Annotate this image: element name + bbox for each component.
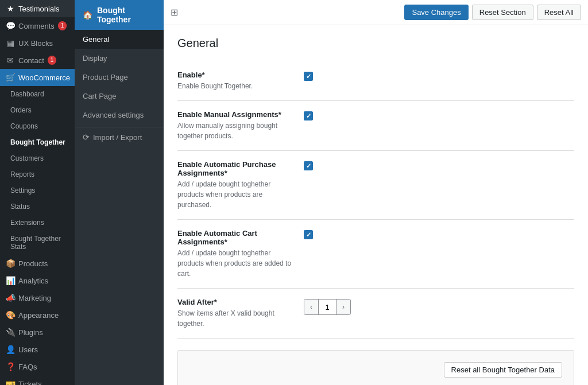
woocommerce-icon: 🛒 <box>6 73 15 82</box>
plugins-icon: 🔌 <box>6 328 15 337</box>
auto-cart-label: Enable Automatic Cart Assignments* <box>177 229 304 246</box>
auto-purchase-description: Add / update bought toghether products w… <box>177 179 292 210</box>
manual-assignments-label: Enable Manual Assignments* <box>177 110 304 119</box>
content-area: General Enable* Enable Bought Together. … <box>164 25 588 385</box>
stepper-value-input[interactable] <box>318 300 336 314</box>
submenu-item-general[interactable]: General <box>75 30 164 49</box>
submenu-item-display[interactable]: Display <box>75 49 164 68</box>
submenu: 🏠 Bought Together General Display Produc… <box>75 0 164 385</box>
reset-data-box: Reset all Bought Together Data This will… <box>177 350 574 385</box>
sidebar-item-customers[interactable]: Customers <box>0 150 75 166</box>
setting-auto-cart: Enable Automatic Cart Assignments* Add /… <box>177 220 574 289</box>
main-content: ⊞ Save Changes Reset Section Reset All G… <box>164 0 588 385</box>
faqs-icon: ❓ <box>6 362 15 371</box>
sidebar-item-analytics[interactable]: 📊 Analytics <box>0 272 75 289</box>
comments-icon: 💬 <box>6 21 15 30</box>
reset-bought-together-data-button[interactable]: Reset all Bought Together Data <box>444 362 562 378</box>
sidebar-item-users[interactable]: 👤 Users <box>0 341 75 358</box>
sidebar-item-marketing[interactable]: 📣 Marketing <box>0 289 75 306</box>
setting-valid-after: Valid After* Show items after X valid bo… <box>177 289 574 339</box>
reset-all-button[interactable]: Reset All <box>537 5 581 20</box>
appearance-icon: 🎨 <box>6 310 15 320</box>
auto-cart-description: Add / update bought toghether products w… <box>177 248 292 279</box>
sidebar-item-dashboard[interactable]: Dashboard <box>0 86 75 102</box>
toolbar: ⊞ Save Changes Reset Section Reset All <box>164 0 588 25</box>
submenu-item-product-page[interactable]: Product Page <box>75 68 164 87</box>
enable-description: Enable Bought Together. <box>177 81 292 91</box>
auto-cart-checkbox[interactable] <box>304 230 313 239</box>
setting-auto-purchase: Enable Automatic Purchase Assignments* A… <box>177 151 574 220</box>
submenu-header: 🏠 Bought Together <box>75 0 164 30</box>
stepper-decrement-button[interactable]: ‹ <box>304 300 318 314</box>
submenu-header-icon: 🏠 <box>83 10 92 20</box>
toolbar-right: Save Changes Reset Section Reset All <box>404 5 581 20</box>
setting-enable: Enable* Enable Bought Together. <box>177 61 574 101</box>
sidebar-item-products[interactable]: 📦 Products <box>0 255 75 272</box>
ux-blocks-icon: ▦ <box>6 38 15 48</box>
grid-icon[interactable]: ⊞ <box>171 7 178 18</box>
setting-manual-assignments: Enable Manual Assignments* Allow manuall… <box>177 101 574 151</box>
testimonials-icon: ★ <box>6 4 15 13</box>
marketing-icon: 📣 <box>6 293 15 302</box>
sidebar-item-settings[interactable]: Settings <box>0 182 75 199</box>
valid-after-label: Valid After* <box>177 298 304 306</box>
sidebar: ★ Testimonials 💬 Comments 1 ▦ UX Blocks … <box>0 0 75 385</box>
users-icon: 👤 <box>6 345 15 354</box>
submenu-item-import-export[interactable]: ⟳ Import / Export <box>75 127 164 147</box>
stepper-increment-button[interactable]: › <box>336 300 350 314</box>
sidebar-item-testimonials[interactable]: ★ Testimonials <box>0 0 75 17</box>
manual-assignments-checkbox[interactable] <box>304 111 313 120</box>
sidebar-item-extensions[interactable]: Extensions <box>0 215 75 231</box>
sidebar-item-appearance[interactable]: 🎨 Appearance <box>0 306 75 324</box>
sidebar-item-faqs[interactable]: ❓ FAQs <box>0 358 75 375</box>
contact-badge: 1 <box>48 56 57 65</box>
sidebar-item-orders[interactable]: Orders <box>0 102 75 118</box>
sidebar-item-plugins[interactable]: 🔌 Plugins <box>0 324 75 341</box>
submenu-item-advanced-settings[interactable]: Advanced settings <box>75 106 164 125</box>
analytics-icon: 📊 <box>6 276 15 285</box>
auto-purchase-checkbox[interactable] <box>304 161 313 170</box>
import-icon: ⟳ <box>83 133 90 142</box>
comments-badge: 1 <box>58 21 67 30</box>
auto-purchase-label: Enable Automatic Purchase Assignments* <box>177 160 304 177</box>
valid-after-stepper: ‹ › <box>304 299 351 315</box>
sidebar-item-comments[interactable]: 💬 Comments 1 <box>0 17 75 34</box>
manual-assignments-description: Allow manually assigning bought together… <box>177 120 292 141</box>
products-icon: 📦 <box>6 259 15 268</box>
tickets-icon: 🎫 <box>6 379 15 385</box>
contact-icon: ✉ <box>6 56 15 65</box>
page-title: General <box>177 37 574 50</box>
reset-data-inner: Reset all Bought Together Data <box>178 351 574 385</box>
submenu-item-cart-page[interactable]: Cart Page <box>75 87 164 106</box>
valid-after-description: Show items after X valid bought together… <box>177 308 292 329</box>
sidebar-item-ux-blocks[interactable]: ▦ UX Blocks <box>0 34 75 52</box>
reset-section-button[interactable]: Reset Section <box>472 5 533 20</box>
enable-label: Enable* <box>177 71 304 79</box>
sidebar-item-coupons[interactable]: Coupons <box>0 118 75 134</box>
save-changes-button[interactable]: Save Changes <box>404 5 468 20</box>
enable-checkbox[interactable] <box>304 72 313 81</box>
sidebar-item-status[interactable]: Status <box>0 199 75 215</box>
sidebar-item-bt-stats[interactable]: Bought Together Stats <box>0 231 75 255</box>
sidebar-item-tickets[interactable]: 🎫 Tickets <box>0 375 75 385</box>
sidebar-item-bought-together[interactable]: Bought Together <box>0 134 75 150</box>
sidebar-item-reports[interactable]: Reports <box>0 166 75 182</box>
sidebar-item-contact[interactable]: ✉ Contact 1 <box>0 52 75 69</box>
toolbar-left: ⊞ <box>171 7 178 18</box>
sidebar-item-woocommerce[interactable]: 🛒 WooCommerce <box>0 69 75 86</box>
